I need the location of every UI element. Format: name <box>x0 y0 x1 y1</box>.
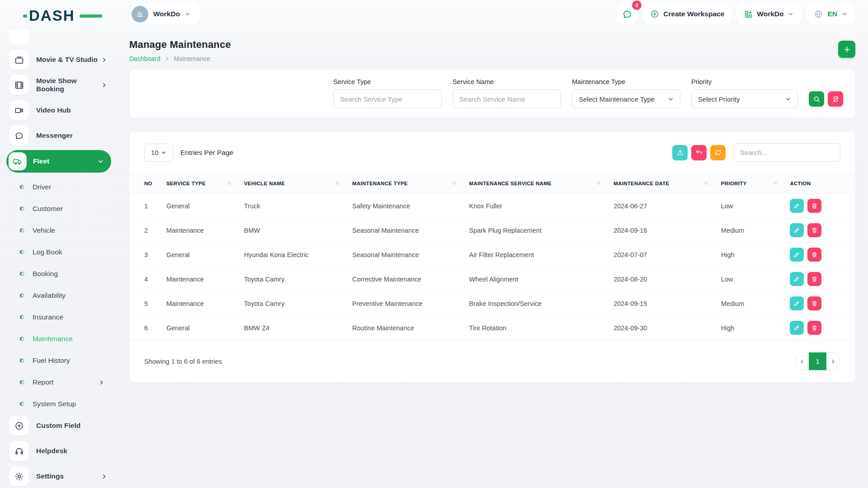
sidebar-item-driver[interactable]: Driver <box>9 176 110 198</box>
trash-icon <box>811 324 818 331</box>
chevron-down-icon <box>184 11 191 17</box>
sidebar-item-clipped[interactable] <box>9 31 110 42</box>
service-type-input[interactable] <box>333 89 442 108</box>
cell-service-type: Maintenance <box>166 218 244 243</box>
column-header-priority[interactable]: PRIORITY <box>721 173 790 194</box>
chevron-down-icon <box>788 11 794 17</box>
bullet-icon <box>20 380 24 385</box>
edit-button[interactable] <box>790 199 804 213</box>
sidebar-item-settings[interactable]: Settings <box>9 465 110 487</box>
sidebar-item-helpdesk[interactable]: Helpdesk <box>9 440 110 462</box>
sidebar-item-messenger[interactable]: Messenger <box>9 125 110 146</box>
chevron-right-icon <box>101 82 108 89</box>
edit-button[interactable] <box>790 248 804 262</box>
service-name-field: Service Name <box>453 78 561 108</box>
gear-icon <box>9 466 29 486</box>
column-header-action: ACTION <box>790 173 855 194</box>
sidebar-item-log-book[interactable]: Log Book <box>9 241 110 263</box>
column-header-maintenance-date[interactable]: MAINTENANCE DATE <box>613 173 721 194</box>
edit-button[interactable] <box>790 296 804 310</box>
column-header-maintenance-service-name[interactable]: MAINTENANCE SERVICE NAME <box>469 173 614 194</box>
cell-priority: Low <box>721 267 790 291</box>
maintenance-type-select[interactable]: Select Maintenance Type <box>572 89 680 108</box>
sidebar-item-label: System Setup <box>33 400 110 408</box>
edit-button[interactable] <box>790 223 804 237</box>
sidebar-item-fleet[interactable]: Fleet <box>6 150 111 173</box>
column-header-service-type[interactable]: SERVICE TYPE <box>166 173 244 194</box>
pagination-prev-button[interactable] <box>795 352 809 371</box>
messages-button[interactable]: 0 <box>617 4 638 24</box>
sidebar-item-label: Maintenance <box>33 335 110 343</box>
sidebar-item-movie-tv-studio[interactable]: Movie & TV Studio <box>9 49 110 70</box>
sidebar-item-label: Custom Field <box>36 422 110 430</box>
priority-select[interactable]: Select Priority <box>691 89 798 108</box>
brand-logo[interactable]: DASH <box>29 8 92 23</box>
breadcrumb-dashboard-link[interactable]: Dashboard <box>129 55 160 62</box>
chevron-right-icon <box>101 56 108 63</box>
sidebar-item-booking[interactable]: Booking <box>9 263 110 285</box>
entries-per-page-select[interactable]: 10 <box>144 144 173 162</box>
cell-priority: High <box>721 243 790 267</box>
service-name-input[interactable] <box>453 89 561 108</box>
workdo-menu-button[interactable]: WorkDo <box>736 4 802 24</box>
cell-maintenance-service-name: Spark Plug Replacement <box>469 218 614 243</box>
cell-maintenance-service-name: Wheel Alignment <box>469 267 614 291</box>
pagination-page-1[interactable]: 1 <box>809 352 826 371</box>
sidebar-item-movie-show-booking[interactable]: Movie Show Booking <box>9 74 110 96</box>
column-header-maintenance-type[interactable]: MAINTENANCE TYPE <box>352 173 469 194</box>
pencil-icon <box>793 227 800 234</box>
chevron-right-icon <box>101 473 108 480</box>
export-button[interactable] <box>672 145 688 160</box>
sidebar-item-system-setup[interactable]: System Setup <box>9 393 110 415</box>
cell-maintenance-date: 2024-07-07 <box>613 243 721 267</box>
bullet-icon <box>20 228 24 233</box>
sidebar-item-custom-field[interactable]: Custom Field <box>9 415 110 436</box>
maintenance-type-value: Select Maintenance Type <box>579 95 655 103</box>
sidebar-item-label: Log Book <box>33 248 110 256</box>
service-name-label: Service Name <box>453 78 561 85</box>
workspace-selector[interactable]: WorkDo <box>129 4 200 24</box>
table-search-input[interactable] <box>733 143 840 162</box>
refresh-icon <box>714 149 722 156</box>
sidebar-item-customer[interactable]: Customer <box>9 198 110 220</box>
sidebar-item-availability[interactable]: Availability <box>9 285 110 306</box>
table-row: 1 General Truck Safety Maintenance Knox … <box>129 194 855 218</box>
delete-button[interactable] <box>807 321 821 335</box>
delete-button[interactable] <box>807 199 821 213</box>
edit-button[interactable] <box>790 272 804 286</box>
sidebar-item-report[interactable]: Report <box>9 371 110 393</box>
sidebar-item-insurance[interactable]: Insurance <box>9 306 110 328</box>
delete-button[interactable] <box>807 223 821 237</box>
add-maintenance-button[interactable] <box>838 41 855 58</box>
create-workspace-button[interactable]: Create Workspace <box>642 4 732 24</box>
delete-button[interactable] <box>807 248 821 262</box>
sidebar-item-vehicle[interactable]: Vehicle <box>9 220 110 241</box>
delete-button[interactable] <box>807 296 821 310</box>
page-head: Manage Maintenance Dashboard Maintenance <box>129 39 855 62</box>
pagination-next-button[interactable] <box>826 352 840 371</box>
cell-vehicle-name: BMW <box>244 218 352 243</box>
reset-button[interactable] <box>691 145 707 160</box>
filter-clear-button[interactable] <box>828 91 843 107</box>
bullet-icon <box>20 250 24 254</box>
sidebar-item-label: Fleet <box>33 157 97 165</box>
delete-button[interactable] <box>807 272 821 286</box>
sidebar-item-maintenance[interactable]: Maintenance <box>9 328 110 350</box>
priority-label: Priority <box>691 78 798 85</box>
filter-search-button[interactable] <box>809 91 824 107</box>
page-content: Manage Maintenance Dashboard Maintenance <box>129 39 855 382</box>
chevron-down-icon <box>841 11 848 17</box>
column-header-vehicle-name[interactable]: VEHICLE NAME <box>244 173 352 194</box>
language-button[interactable]: EN <box>806 4 855 24</box>
table-controls: 10 Entries Per Page <box>129 143 855 162</box>
sidebar-item-video-hub[interactable]: Video Hub <box>9 99 110 121</box>
cell-no: 2 <box>129 218 166 243</box>
cell-vehicle-name: Toyota Camry <box>244 291 352 316</box>
table-row: 4 Maintenance Toyota Camry Corrective Ma… <box>129 267 855 291</box>
edit-button[interactable] <box>790 321 804 335</box>
sort-icon <box>596 180 602 186</box>
refresh-button[interactable] <box>710 145 726 160</box>
sidebar-item-label: Driver <box>33 183 110 191</box>
sidebar-nav: Movie & TV Studio Movie Show Booking V <box>0 28 117 487</box>
sidebar-item-fuel-history[interactable]: Fuel History <box>9 350 110 371</box>
